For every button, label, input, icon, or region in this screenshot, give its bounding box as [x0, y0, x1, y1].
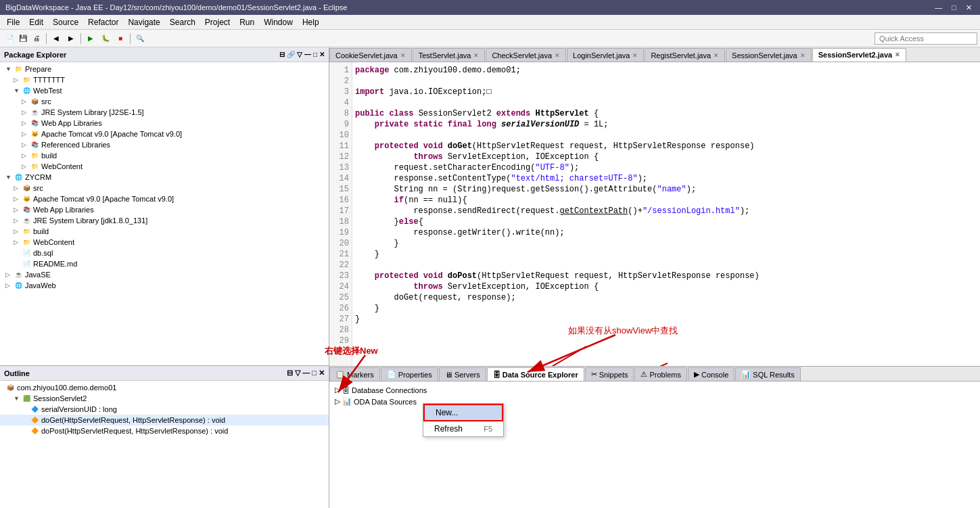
tab-sqlresults[interactable]: 📊 SQL Results [735, 367, 800, 381]
toolbar-save-btn[interactable]: 💾 [16, 32, 30, 45]
toolbar-back-btn[interactable]: ◀ [49, 32, 63, 45]
tab-registservlet[interactable]: RegistServlet.java ✕ [645, 48, 725, 62]
tab-cookieservlet[interactable]: CookieServlet.java ✕ [329, 48, 412, 62]
tab-sessionservlet-close[interactable]: ✕ [800, 52, 806, 59]
tab-dse-label: Data Source Explorer [503, 371, 578, 379]
menu-source[interactable]: Source [49, 16, 83, 28]
tree-src-webtest[interactable]: ▷ 📦 src [0, 96, 329, 107]
outline-view-menu-icon[interactable]: ▽ [295, 369, 300, 377]
tree-prepare[interactable]: ▼ 📁 Prepare [0, 64, 329, 74]
tree-tomcat-zycrm[interactable]: ▷ 🐱 Apache Tomcat v9.0 [Apache Tomcat v9… [0, 193, 329, 204]
maximize-view-icon[interactable]: □ [313, 51, 317, 58]
maximize-button[interactable]: □ [949, 3, 959, 12]
label-src-webtest: src [41, 97, 51, 106]
outline-close-icon[interactable]: ✕ [319, 369, 325, 377]
tab-checkservlet-close[interactable]: ✕ [555, 52, 560, 59]
tree-reflibs-webtest[interactable]: ▷ 📚 Referenced Libraries [0, 139, 329, 150]
view-menu-icon[interactable]: ▽ [297, 51, 302, 58]
window-controls[interactable]: — □ ✕ [932, 3, 975, 12]
outline-package[interactable]: 📦 com.zhiyou100.demo.demo01 [0, 382, 329, 393]
menu-refactor[interactable]: Refactor [84, 16, 122, 28]
toolbar-print-btn[interactable]: 🖨 [30, 32, 43, 45]
tab-snippets[interactable]: ✂ Snippets [585, 367, 634, 381]
outline-collapse-icon[interactable]: ⊟ [287, 369, 293, 377]
menu-file[interactable]: File [3, 16, 24, 28]
tab-sessionservlet[interactable]: SessionServlet.java ✕ [726, 48, 812, 62]
menu-edit[interactable]: Edit [25, 16, 47, 28]
tab-problems[interactable]: ⚠ Problems [634, 367, 686, 381]
ctx-refresh-label: Refresh [434, 424, 463, 434]
tree-tomcat-webtest[interactable]: ▷ 🐱 Apache Tomcat v9.0 [Apache Tomcat v9… [0, 129, 329, 139]
collapse-all-icon[interactable]: ⊟ [279, 51, 285, 58]
tree-jre-zycrm[interactable]: ▷ ☕ JRE System Library [jdk1.8.0_131] [0, 215, 329, 226]
outline-doget[interactable]: 🔶 doGet(HttpServletRequest, HttpServletR… [0, 415, 329, 425]
menu-help[interactable]: Help [298, 16, 323, 28]
tab-markers[interactable]: 📋 Markers [329, 367, 380, 381]
tab-registservlet-close[interactable]: ✕ [714, 52, 719, 59]
quick-access-input[interactable] [874, 32, 977, 45]
dse-db-connections[interactable]: ▷ 🗄 Database Connections [332, 384, 977, 396]
menu-project[interactable]: Project [201, 16, 234, 28]
tree-webapp-webtest[interactable]: ▷ 📚 Web App Libraries [0, 118, 329, 129]
tree-webapp-zycrm[interactable]: ▷ 📚 Web App Libraries [0, 204, 329, 215]
tree-readme-zycrm[interactable]: 📄 README.md [0, 258, 329, 269]
menu-navigate[interactable]: Navigate [124, 16, 164, 28]
tree-webcontent-webtest[interactable]: ▷ 📁 WebContent [0, 161, 329, 172]
menu-search[interactable]: Search [166, 16, 200, 28]
tree-src-zycrm[interactable]: ▷ 📦 src [0, 183, 329, 193]
minimize-view-icon[interactable]: — [304, 51, 311, 58]
outline-field[interactable]: 🔷 serialVersionUID : long [0, 404, 329, 415]
tab-loginservlet-close[interactable]: ✕ [632, 52, 638, 59]
outline-dopost[interactable]: 🔶 doPost(HttpServletRequest, HttpServlet… [0, 425, 329, 436]
outline-minimize-icon[interactable]: — [302, 369, 310, 377]
minimize-button[interactable]: — [932, 3, 945, 12]
code-content[interactable]: package com.zhiyou100.demo.demo01; impor… [352, 62, 980, 366]
tab-loginservlet[interactable]: LoginServlet.java ✕ [567, 48, 644, 62]
outline-maximize-icon[interactable]: □ [312, 369, 317, 377]
tab-sessionservlet2-close[interactable]: ✕ [895, 51, 900, 58]
close-view-icon[interactable]: ✕ [319, 51, 325, 58]
tab-testservlet-close[interactable]: ✕ [473, 52, 479, 59]
toolbar-run-btn[interactable]: ▶ [84, 32, 97, 45]
outline-header: Outline ⊟ ▽ — □ ✕ [0, 366, 329, 381]
ctx-new[interactable]: New... [423, 404, 503, 421]
toolbar-forward-btn[interactable]: ▶ [64, 32, 78, 45]
tree-build-zycrm[interactable]: ▷ 📁 build [0, 226, 329, 237]
tab-sessionservlet2[interactable]: SessionServlet2.java ✕ [812, 48, 906, 62]
tab-properties[interactable]: 📄 Properties [381, 367, 438, 381]
tree-jre-webtest[interactable]: ▷ ☕ JRE System Library [J2SE-1.5] [0, 107, 329, 118]
toolbar-new-btn[interactable]: 📄 [3, 32, 16, 45]
tab-testservlet[interactable]: TestServlet.java ✕ [413, 48, 486, 62]
tree-build-webtest[interactable]: ▷ 📁 build [0, 150, 329, 161]
tree-webtest[interactable]: ▼ 🌐 WebTest [0, 85, 329, 96]
tab-servers[interactable]: 🖥 Servers [439, 367, 486, 381]
toolbar-search-btn[interactable]: 🔍 [133, 32, 147, 45]
toolbar-debug-btn[interactable]: 🐛 [99, 32, 112, 45]
link-editor-icon[interactable]: 🔗 [287, 51, 295, 58]
tab-console[interactable]: ▶ Console [688, 367, 734, 381]
tab-checkservlet[interactable]: CheckServlet.java ✕ [486, 48, 566, 62]
label-build-webtest: build [41, 152, 57, 160]
jar-icon-jre-webtest: ☕ [30, 108, 39, 117]
dse-db-label: Database Connections [352, 386, 427, 394]
toolbar-stop-btn[interactable]: ■ [114, 32, 127, 45]
menu-run[interactable]: Run [235, 16, 258, 28]
label-webtest: WebTest [33, 87, 62, 95]
outline-class[interactable]: ▼ 🟩 SessionServlet2 [0, 393, 329, 404]
code-editor[interactable]: 1234891011121314151617181920212223242526… [329, 62, 980, 366]
menu-window[interactable]: Window [260, 16, 297, 28]
folder-icon-webcontent-webtest: 📁 [30, 162, 39, 171]
close-button[interactable]: ✕ [963, 3, 975, 12]
tree-webcontent-zycrm[interactable]: ▷ 📁 WebContent [0, 237, 329, 248]
label-outline-field: serialVersionUID : long [41, 405, 117, 413]
label-javaweb: JavaWeb [25, 281, 56, 290]
tree-javaweb[interactable]: ▷ 🌐 JavaWeb [0, 280, 329, 291]
tab-dse[interactable]: 🗄 Data Source Explorer [487, 367, 584, 381]
tree-zycrm[interactable]: ▼ 🌐 ZYCRM [0, 172, 329, 183]
ctx-refresh[interactable]: Refresh F5 [423, 421, 503, 436]
tree-ttttttt[interactable]: ▷ 📁 TTTTTTT [0, 74, 329, 85]
servers-icon: 🖥 [445, 371, 452, 379]
tree-dbsql-zycrm[interactable]: 📄 db.sql [0, 248, 329, 258]
tab-cookieservlet-close[interactable]: ✕ [400, 52, 406, 59]
tree-javase[interactable]: ▷ ☕ JavaSE [0, 269, 329, 280]
